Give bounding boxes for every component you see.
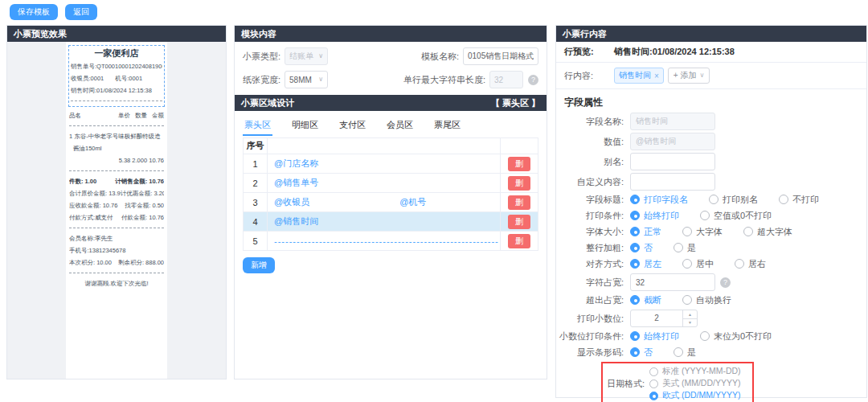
table-row-selected[interactable]: 4 @销售时间 删: [244, 212, 538, 232]
tab-footer-area[interactable]: 票尾区: [432, 117, 462, 136]
stepper-up-icon[interactable]: ▲: [683, 310, 697, 319]
preview-panel-header: 小票预览效果: [7, 26, 226, 42]
radio-font-large[interactable]: 大字体: [682, 226, 723, 238]
receipt-header-region-selection[interactable]: 一家便利店 销售单号:QT000100012024081900( 收银员:000…: [68, 45, 165, 107]
delete-row-button[interactable]: 删: [508, 176, 530, 191]
radio-bold-no[interactable]: 否: [630, 242, 653, 254]
custom-content-input[interactable]: [630, 173, 715, 191]
receipt-columns-header: 品名 单价 数量 金额: [69, 109, 164, 121]
alias-label: 别名:: [556, 156, 630, 168]
radio-skip-empty[interactable]: 空值或0不打印: [700, 210, 772, 222]
radio-decimal-always[interactable]: 始终打印: [630, 330, 679, 343]
row-content: 行内容: 销售时间 × + 添加 ∨: [556, 63, 866, 89]
tab-detail-area[interactable]: 明细区: [290, 117, 320, 136]
radio-icon: [630, 331, 640, 341]
custom-content-label: 自定义内容:: [556, 176, 630, 188]
field-name-input: [630, 113, 715, 130]
radio-always-print[interactable]: 始终打印: [630, 210, 679, 222]
receipt-orig-amount: 合计原价金额: 13.9: [69, 187, 121, 199]
template-name-input[interactable]: [463, 47, 538, 65]
radio-icon: [649, 379, 658, 388]
chevron-down-icon: ∨: [699, 72, 704, 79]
radio-barcode-yes[interactable]: 是: [674, 347, 696, 359]
save-template-button[interactable]: 保存模板: [10, 4, 58, 20]
delete-row-button[interactable]: 删: [508, 157, 530, 171]
receipt-cashier: 收银员:0001: [71, 72, 104, 84]
radio-truncate[interactable]: 截断: [630, 294, 661, 306]
line-content: @销售单号: [274, 177, 318, 189]
print-condition-label: 打印条件:: [556, 210, 630, 222]
receipt-separator: [71, 100, 162, 101]
table-row[interactable]: 3 @收银员 @机号 删: [244, 193, 538, 212]
table-row[interactable]: 1 @门店名称 删: [244, 154, 538, 174]
radio-icon: [700, 331, 710, 341]
radio-icon: [674, 347, 683, 357]
radio-icon: [743, 227, 753, 236]
receipt-pay-amount: 付款金额: 10.76: [121, 211, 164, 224]
line-panel-header: 小票行内容: [556, 26, 866, 42]
receipt-col-qty: 数量: [135, 109, 147, 121]
radio-date-eu[interactable]: 欧式 (DD/MM/YYYY): [649, 390, 741, 401]
radio-print-field-name[interactable]: 打印字段名: [630, 194, 688, 206]
max-length-label: 单行最大字符串长度:: [403, 74, 485, 86]
radio-icon: [630, 295, 640, 305]
table-row[interactable]: 2 @销售单号 删: [244, 174, 538, 193]
max-length-input: [489, 71, 523, 88]
delete-row-button[interactable]: 删: [508, 215, 530, 229]
region-tabs: 票头区 明细区 支付区 会员区 票尾区: [243, 117, 538, 136]
date-format-annotation-box: 日期格式: 标准 (YYYY-MM-DD) 美式 (MM/DD/YYYY) 欧式…: [601, 362, 754, 402]
line-panel-title: 小票行内容: [563, 28, 607, 40]
preview-panel-title: 小票预览效果: [14, 28, 67, 40]
radio-date-standard[interactable]: 标准 (YYYY-MM-DD): [649, 366, 741, 377]
paper-width-value: 58MM: [289, 76, 312, 84]
table-row[interactable]: 5 --------------------------------------…: [244, 232, 538, 251]
decimals-stepper[interactable]: 2 ▲ ▼: [630, 310, 698, 327]
add-field-button[interactable]: + 添加 ∨: [668, 68, 710, 84]
radio-decimal-skip-zero[interactable]: 末位为0不打印: [700, 330, 772, 343]
receipt-type-select: 结账单 ∨: [285, 47, 328, 65]
radio-icon: [630, 211, 640, 220]
question-icon[interactable]: ?: [528, 75, 538, 85]
radio-icon: [779, 195, 788, 204]
radio-date-us[interactable]: 美式 (MM/DD/YYYY): [649, 378, 741, 389]
radio-barcode-no[interactable]: 否: [630, 347, 653, 359]
radio-align-right[interactable]: 居右: [735, 258, 766, 270]
tab-header-area[interactable]: 票头区: [243, 117, 272, 136]
back-button[interactable]: 返回: [65, 4, 97, 20]
char-width-input[interactable]: [630, 273, 715, 291]
field-value-input: [630, 133, 715, 150]
overflow-label: 超出占宽:: [556, 294, 630, 306]
paper-width-select[interactable]: 58MM ∨: [285, 71, 328, 88]
radio-icon: [674, 243, 683, 252]
field-tag[interactable]: 销售时间 ×: [614, 68, 664, 84]
radio-align-left[interactable]: 居左: [630, 258, 661, 270]
receipt-points-balance: 剩余积分: 888.00: [118, 256, 164, 269]
radio-align-center[interactable]: 居中: [682, 258, 714, 270]
delete-row-button[interactable]: 删: [508, 234, 530, 248]
receipt-store-name: 一家便利店: [71, 47, 162, 60]
decimals-value: 2: [631, 310, 682, 326]
radio-icon: [630, 259, 640, 269]
radio-print-alias[interactable]: 打印别名: [709, 194, 758, 206]
line-table: 序号 1 @门店名称 删 2 @销售单号 删 3 @收银员 @机号 删: [243, 137, 538, 251]
question-icon[interactable]: ?: [720, 277, 731, 288]
decimal-condition-label: 小数位打印条件:: [556, 330, 630, 343]
field-properties-form: 字段名称: 数值: 别名: 自定义内容: 字段标题: 打印字段名 打印别名 不打…: [556, 113, 866, 402]
field-name-label: 字段名称:: [556, 116, 630, 128]
radio-no-print[interactable]: 不打印: [779, 194, 819, 206]
close-icon[interactable]: ×: [654, 72, 659, 80]
radio-wrap[interactable]: 自动换行: [682, 294, 731, 306]
tab-payment-area[interactable]: 支付区: [338, 117, 367, 136]
tab-member-area[interactable]: 会员区: [385, 117, 415, 136]
alias-input[interactable]: [630, 153, 715, 170]
field-value-label: 数值:: [556, 136, 630, 148]
radio-icon: [649, 367, 658, 376]
design-section-title: 小票区域设计: [241, 97, 294, 109]
radio-font-xlarge[interactable]: 超大字体: [743, 226, 792, 238]
delete-row-button[interactable]: 删: [508, 195, 530, 210]
toolbar: 保存模板 返回: [10, 4, 97, 20]
radio-bold-yes[interactable]: 是: [674, 242, 696, 254]
stepper-down-icon[interactable]: ▼: [683, 319, 697, 327]
radio-font-normal[interactable]: 正常: [630, 226, 661, 238]
add-line-button[interactable]: 新增: [243, 257, 275, 273]
